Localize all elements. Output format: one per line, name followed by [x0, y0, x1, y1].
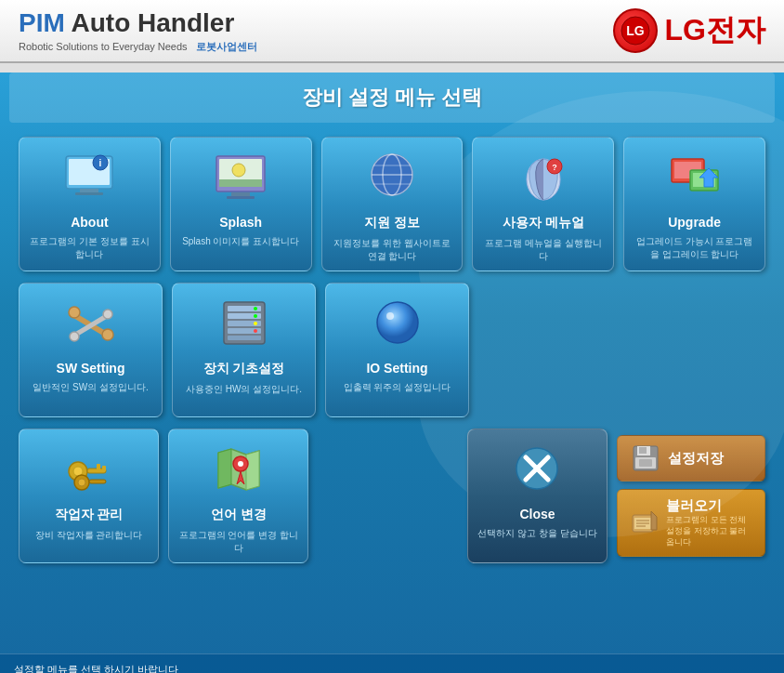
main-content: 장비 설정 메뉴 선택 i About 프로그램의 기본 정보를 표: [0, 73, 784, 673]
device-setting-icon: [214, 293, 274, 353]
page-title-bar: 장비 설정 메뉴 선택: [9, 73, 775, 123]
tile-device-setting[interactable]: 장치 기초설정 사용중인 HW의 설정입니다.: [172, 283, 316, 417]
empty-space-1: [318, 429, 458, 563]
close-icon: [507, 439, 568, 499]
lg-brand-text: LG전자: [665, 10, 765, 51]
io-setting-label: IO Setting: [366, 361, 427, 376]
save-btn-label: 설정저장: [668, 450, 724, 468]
title-pim: PIM: [19, 8, 65, 37]
sw-setting-desc: 일반적인 SW의 설정입니다.: [33, 381, 148, 394]
load-btn-label: 블러오기: [666, 497, 751, 515]
splash-desc: Splash 이미지를 표시합니다: [182, 235, 299, 248]
about-desc: 프로그램의 기본 정보를 표시 합니다: [27, 235, 152, 261]
upgrade-desc: 업그레이드 가능시 프로그램을 업그레이드 합니다: [632, 235, 757, 261]
load-btn-content: 블러오기 프로그램의 모든 전체 설정을 저장하고 불러옵니다: [666, 497, 751, 548]
svg-rect-12: [219, 179, 262, 187]
manual-desc: 프로그램 메뉴얼을 실행합니다: [480, 237, 606, 263]
language-desc: 프로그램의 언어를 변경 합니다: [176, 529, 300, 555]
device-setting-desc: 사용중인 HW의 설정입니다.: [186, 383, 302, 396]
about-label: About: [71, 215, 108, 230]
svg-point-46: [386, 312, 394, 320]
title-rest: Auto Handler: [65, 8, 235, 37]
tile-io-setting[interactable]: IO Setting 입출력 위주의 설정입니다: [325, 283, 469, 417]
tile-support[interactable]: 지원 정보 지원정보를 위한 웹사이트로 연결 합니다: [321, 137, 464, 271]
svg-point-44: [254, 329, 257, 333]
tile-sw-setting[interactable]: SW Setting 일반적인 SW의 설정입니다.: [19, 283, 163, 417]
svg-marker-56: [218, 449, 231, 488]
close-label: Close: [519, 507, 555, 521]
load-button[interactable]: 블러오기 프로그램의 모든 전체 설정을 저장하고 불러옵니다: [617, 489, 765, 556]
worker-label: 작업자 관리: [55, 507, 124, 523]
menu-row-3: 작업자 관리 장비 작업자를 관리합니다: [19, 429, 765, 563]
tile-language[interactable]: 언어 변경 프로그램의 언어를 변경 합니다: [168, 429, 308, 563]
app-subtitle: Robotic Solutions to Everyday Needs 로봇사업…: [19, 40, 257, 54]
support-desc: 지원정보를 위한 웹사이트로 연결 합니다: [330, 237, 455, 263]
page-title: 장비 설정 메뉴 선택: [302, 86, 482, 109]
tile-splash[interactable]: Splash Splash 이미지를 표시합니다: [170, 137, 312, 271]
upgrade-label: Upgrade: [668, 215, 721, 230]
manual-label: 사용자 메뉴얼: [503, 215, 584, 231]
about-icon: i: [59, 147, 120, 207]
svg-rect-50: [97, 464, 100, 471]
svg-text:LG: LG: [626, 23, 645, 38]
tile-manual[interactable]: ? 사용자 메뉴얼 프로그램 메뉴얼을 실행합니다: [472, 137, 614, 271]
svg-point-42: [254, 314, 257, 318]
status-text: 설정할 메뉴를 선택 하시기 바랍니다: [14, 664, 178, 673]
svg-rect-15: [227, 196, 255, 199]
device-setting-label: 장치 기초설정: [203, 361, 285, 377]
svg-point-13: [232, 164, 245, 177]
tile-about[interactable]: i About 프로그램의 기본 정보를 표시 합니다: [19, 137, 161, 271]
svg-marker-57: [246, 451, 259, 490]
tile-upgrade[interactable]: Upgrade 업그레이드 가능시 프로그램을 업그레이드 합니다: [623, 137, 765, 271]
splash-label: Splash: [219, 215, 262, 230]
svg-rect-40: [228, 336, 261, 340]
save-button[interactable]: 설정저장: [617, 435, 765, 482]
tile-close[interactable]: Close 선택하지 않고 창을 닫습니다: [467, 429, 608, 563]
header: PIM Auto Handler Robotic Solutions to Ev…: [0, 0, 784, 63]
close-desc: 선택하지 않고 창을 닫습니다: [477, 527, 596, 540]
status-bar: 설정할 메뉴를 선택 하시기 바랍니다: [0, 653, 784, 673]
worker-desc: 장비 작업자를 관리합니다: [35, 529, 143, 542]
manual-icon: ?: [513, 147, 573, 207]
svg-point-43: [254, 322, 257, 325]
svg-point-45: [377, 302, 418, 343]
svg-rect-6: [80, 189, 98, 192]
save-btn-content: 설정저장: [668, 450, 724, 468]
header-left: PIM Auto Handler Robotic Solutions to Ev…: [19, 8, 257, 54]
menu-row-1: i About 프로그램의 기본 정보를 표시 합니다: [19, 137, 765, 271]
sw-setting-label: SW Setting: [57, 361, 125, 376]
load-btn-desc: 프로그램의 모든 전체 설정을 저장하고 불러옵니다: [666, 515, 751, 548]
upgrade-icon: [664, 147, 725, 207]
svg-rect-65: [639, 447, 647, 454]
support-icon: [361, 147, 422, 207]
splash-icon: [211, 147, 271, 207]
svg-point-30: [69, 307, 80, 318]
app-title: PIM Auto Handler: [19, 8, 257, 38]
svg-point-41: [254, 307, 257, 310]
svg-rect-67: [639, 459, 652, 467]
header-right: LG LG전자: [613, 8, 765, 53]
load-icon: [631, 508, 659, 538]
side-buttons: 설정저장 블러오기: [617, 435, 765, 556]
language-label: 언어 변경: [211, 507, 267, 523]
tile-worker[interactable]: 작업자 관리 장비 작업자를 관리합니다: [19, 429, 159, 563]
svg-rect-54: [89, 480, 106, 483]
svg-rect-14: [231, 192, 250, 196]
sw-setting-icon: [60, 293, 121, 353]
worker-icon: [59, 439, 119, 499]
support-label: 지원 정보: [364, 215, 420, 231]
svg-text:i: i: [99, 158, 102, 168]
svg-rect-51: [102, 466, 106, 471]
menu-grid: i About 프로그램의 기본 정보를 표시 합니다: [0, 123, 784, 577]
svg-rect-7: [75, 192, 103, 195]
svg-point-59: [238, 461, 243, 467]
svg-text:?: ?: [552, 163, 557, 172]
svg-point-53: [78, 479, 85, 486]
svg-point-31: [102, 329, 113, 340]
svg-point-33: [70, 332, 79, 341]
svg-point-34: [103, 310, 112, 319]
menu-row-2: SW Setting 일반적인 SW의 설정입니다.: [19, 283, 765, 417]
lg-circle-icon: LG: [613, 8, 658, 53]
io-setting-icon: [367, 293, 427, 353]
io-setting-desc: 입출력 위주의 설정입니다: [344, 381, 451, 394]
